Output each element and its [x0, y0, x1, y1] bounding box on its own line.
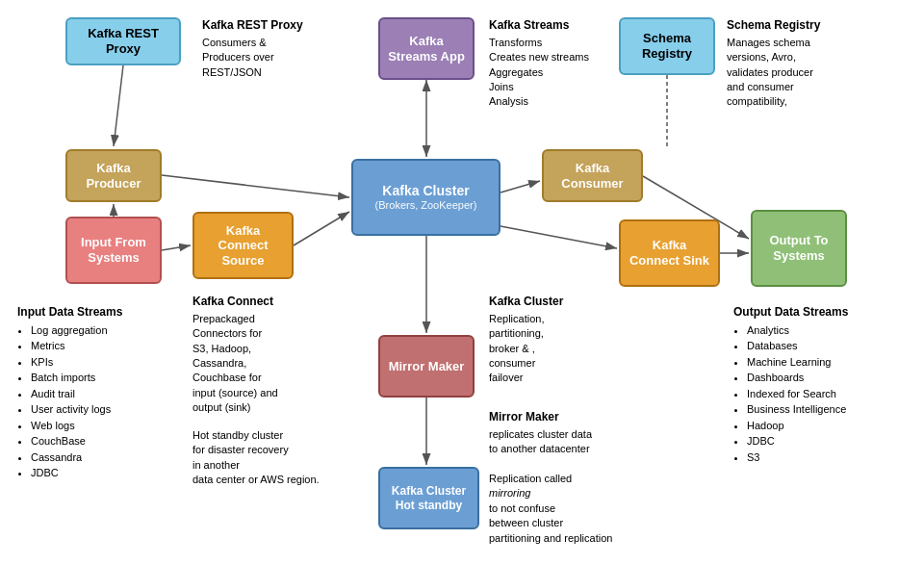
kafka-cluster-standby-box: Kafka Cluster Hot standby	[378, 467, 479, 529]
input-streams-list: Log aggregation Metrics KPIs Batch impor…	[17, 322, 186, 481]
mirror-maker-box: Mirror Maker	[378, 335, 475, 398]
output-to-systems-box: Output To Systems	[751, 210, 847, 287]
svg-line-10	[500, 226, 617, 248]
kafka-cluster-box: Kafka Cluster (Brokers, ZooKeeper)	[351, 159, 500, 236]
schema-registry-desc: Schema Registry Manages schema versions,…	[727, 17, 871, 110]
kafka-producer-box: Kafka Producer	[65, 149, 162, 202]
output-streams-section: Output Data Streams Analytics Databases …	[733, 304, 897, 465]
svg-line-8	[500, 181, 540, 193]
output-streams-list: Analytics Databases Machine Learning Das…	[733, 322, 897, 466]
kafka-rest-proxy-desc: Kafka REST Proxy Consumers & Producers o…	[202, 17, 327, 80]
svg-line-6	[294, 212, 349, 245]
svg-line-2	[114, 65, 123, 146]
kafka-rest-proxy-box: Kafka REST Proxy	[65, 17, 181, 65]
kafka-connect-desc: Kafka Connect Prepackaged Connectors for…	[192, 294, 342, 416]
hot-standby-desc: Hot standby cluster for disaster recover…	[192, 428, 361, 488]
kafka-consumer-box: Kafka Consumer	[542, 149, 643, 202]
svg-line-3	[162, 175, 349, 197]
schema-registry-box: Schema Registry	[619, 17, 715, 75]
svg-line-5	[162, 245, 191, 250]
kafka-connect-source-box: Kafka Connect Source	[192, 212, 294, 279]
kafka-connect-sink-box: Kafka Connect Sink	[619, 219, 720, 287]
mirror-maker-desc: Mirror Maker replicates cluster data to …	[489, 409, 643, 546]
kafka-streams-app-box: Kafka Streams App	[378, 17, 475, 80]
diagram: Kafka REST Proxy Kafka Producer Input Fr…	[0, 0, 924, 565]
input-from-systems-box: Input From Systems	[65, 217, 162, 284]
input-streams-section: Input Data Streams Log aggregation Metri…	[17, 304, 186, 481]
kafka-streams-desc: Kafka Streams Transforms Creates new str…	[489, 17, 614, 110]
kafka-cluster-replication-desc: Kafka Cluster Replication, partitioning,…	[489, 294, 624, 386]
